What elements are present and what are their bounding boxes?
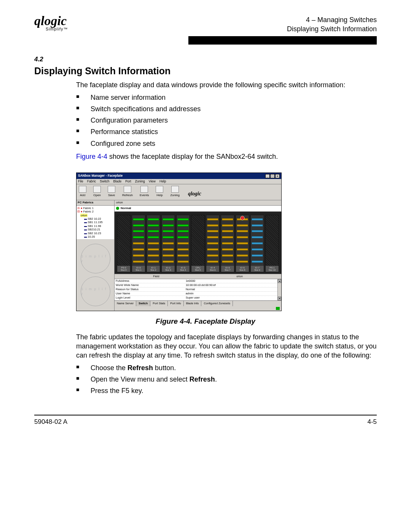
port-indicator[interactable] — [252, 230, 263, 232]
port-indicator[interactable] — [207, 230, 218, 232]
port-indicator[interactable] — [252, 260, 263, 263]
tab-configured-zonesets[interactable]: Configured Zonesets — [201, 301, 233, 306]
port-indicator[interactable] — [162, 224, 174, 227]
tool-zoning[interactable]: Zoning — [170, 186, 179, 198]
tool-save[interactable]: Save — [108, 186, 115, 198]
port-indicator[interactable] — [222, 260, 233, 263]
close-button[interactable]: × — [275, 174, 280, 178]
chassis-slot[interactable]: PS-1Slot 10 — [265, 215, 279, 272]
port-indicator[interactable] — [133, 248, 144, 251]
chassis-slot[interactable]: PS-0Slot 0 — [117, 215, 131, 272]
chassis-slot[interactable]: IO-4Slot 6 — [206, 215, 220, 272]
chassis-slot[interactable]: IO-0Slot 1 — [132, 215, 145, 272]
menu-switch[interactable]: Switch — [100, 179, 109, 184]
port-indicator[interactable] — [133, 236, 144, 238]
port-indicator[interactable] — [133, 230, 144, 232]
tab-switch[interactable]: Switch — [136, 301, 150, 306]
chassis-slot[interactable]: IO-2Slot 3 — [161, 215, 175, 272]
port-indicator[interactable] — [207, 236, 218, 238]
menu-zoning[interactable]: Zoning — [135, 179, 145, 184]
tab-port-info[interactable]: Port Info — [168, 301, 183, 306]
port-indicator[interactable] — [177, 230, 189, 232]
port-indicator[interactable] — [222, 242, 233, 244]
tab-name-server[interactable]: Name Server — [115, 301, 136, 306]
menu-help[interactable]: Help — [159, 179, 166, 184]
tree-fabric-2[interactable]: Fabric 2 — [83, 210, 94, 213]
menu-fabric[interactable]: Fabric — [87, 179, 96, 184]
port-indicator[interactable] — [162, 218, 174, 220]
port-indicator[interactable] — [148, 236, 159, 238]
port-indicator[interactable] — [237, 242, 248, 244]
port-indicator[interactable] — [162, 260, 174, 263]
port-indicator[interactable] — [162, 248, 174, 251]
port-indicator[interactable] — [237, 236, 248, 238]
port-indicator[interactable] — [133, 254, 144, 257]
chassis-slot[interactable]: IO-3Slot 4 — [176, 215, 190, 272]
port-indicator[interactable] — [237, 260, 248, 263]
scroll-up-icon[interactable]: ▴ — [278, 279, 281, 283]
tree-item[interactable]: SB1 11.195 — [88, 220, 103, 224]
port-indicator[interactable] — [222, 248, 233, 251]
port-indicator[interactable] — [222, 224, 233, 227]
port-indicator[interactable] — [207, 218, 218, 220]
port-indicator[interactable] — [148, 248, 159, 251]
port-indicator[interactable] — [177, 254, 189, 257]
tool-refresh[interactable]: Refresh — [122, 186, 133, 198]
port-indicator[interactable] — [252, 224, 263, 227]
chassis-slot[interactable]: CPUSlot 5 — [191, 215, 205, 272]
port-indicator[interactable] — [207, 254, 218, 257]
port-indicator[interactable] — [222, 254, 233, 257]
chassis-slot[interactable]: IO-7Slot 9 — [250, 215, 264, 272]
figure-link[interactable]: Figure 4-4 — [76, 153, 107, 160]
port-indicator[interactable] — [222, 230, 233, 232]
tree-item[interactable]: SB2 10.23 — [88, 232, 101, 235]
port-indicator[interactable] — [237, 224, 248, 227]
fabric-tree[interactable]: ⊖ ● Fabric 1 ⊟ ● Fabric 2 orion ▬ SB2 10… — [76, 206, 114, 239]
port-indicator[interactable] — [177, 224, 189, 227]
port-indicator[interactable] — [133, 260, 144, 263]
port-indicator[interactable] — [207, 248, 218, 251]
tree-item[interactable]: 10.20 — [88, 235, 95, 238]
menu-view[interactable]: View — [149, 179, 156, 184]
menu-blade[interactable]: Blade — [113, 179, 121, 184]
port-indicator[interactable] — [133, 242, 144, 244]
tool-help[interactable]: Help — [156, 186, 163, 198]
port-indicator[interactable] — [222, 236, 233, 238]
port-indicator[interactable] — [177, 242, 189, 244]
port-indicator[interactable] — [237, 248, 248, 251]
tab-blade-info[interactable]: Blade Info — [184, 301, 202, 306]
port-indicator[interactable] — [162, 230, 174, 232]
port-indicator[interactable] — [162, 242, 174, 244]
tab-port-stats[interactable]: Port Stats — [150, 301, 168, 306]
port-indicator[interactable] — [148, 230, 159, 232]
chassis-slot[interactable]: IO-5Slot 7 — [221, 215, 234, 272]
port-indicator[interactable] — [237, 230, 248, 232]
port-indicator[interactable] — [148, 260, 159, 263]
port-indicator[interactable] — [148, 242, 159, 244]
port-indicator[interactable] — [177, 236, 189, 238]
tool-events[interactable]: Events — [140, 186, 149, 198]
maximize-button[interactable]: □ — [270, 174, 275, 178]
tool-open[interactable]: Open — [93, 186, 101, 198]
tree-item[interactable]: SB210.21 — [88, 228, 100, 231]
chassis-slot[interactable]: IO-1Slot 2 — [147, 215, 160, 272]
tree-fabric-1[interactable]: Fabric 1 — [83, 206, 94, 210]
port-indicator[interactable] — [237, 254, 248, 257]
port-indicator[interactable] — [252, 218, 263, 220]
chassis-slot[interactable]: IO-6Slot 8 — [236, 215, 249, 272]
port-indicator[interactable] — [133, 218, 144, 220]
vertical-scrollbar[interactable]: ▴ ▾ — [277, 279, 281, 300]
port-indicator[interactable] — [162, 236, 174, 238]
port-indicator[interactable] — [162, 254, 174, 257]
port-indicator[interactable] — [148, 218, 159, 220]
port-indicator[interactable] — [252, 242, 263, 244]
port-indicator[interactable] — [133, 224, 144, 227]
port-indicator[interactable] — [148, 224, 159, 227]
port-indicator[interactable] — [222, 218, 233, 220]
tree-item[interactable]: SB2 10.22 — [88, 217, 101, 220]
menu-file[interactable]: File — [78, 179, 83, 184]
tree-item[interactable]: SB1 11.98 — [88, 224, 101, 228]
port-indicator[interactable] — [148, 254, 159, 257]
port-indicator[interactable] — [177, 218, 189, 220]
port-indicator[interactable] — [252, 248, 263, 251]
